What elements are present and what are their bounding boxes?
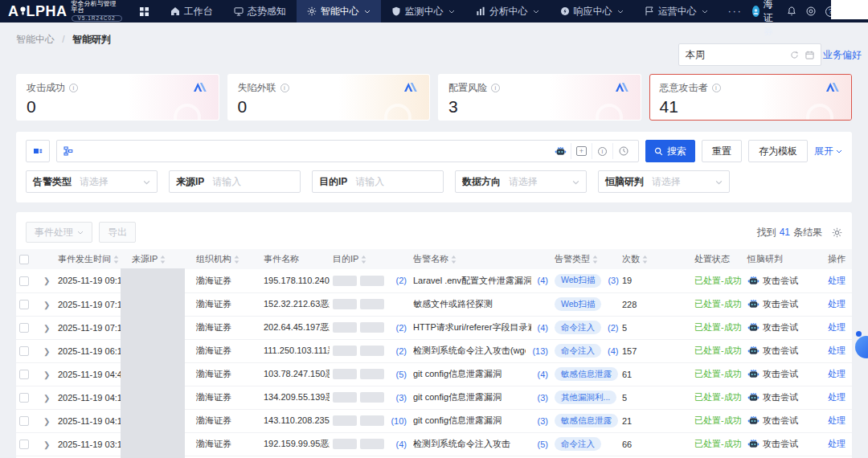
expand-row-icon[interactable]: ❯: [43, 440, 50, 449]
target-icon[interactable]: [806, 6, 816, 16]
add-field-icon[interactable]: +: [571, 143, 592, 159]
col-header[interactable]: 次数: [619, 249, 691, 269]
info-icon[interactable]: i: [491, 84, 500, 92]
col-header[interactable]: 目的IP: [330, 249, 410, 269]
expand-row-icon[interactable]: ❯: [43, 347, 50, 356]
expand-link[interactable]: 展开: [814, 145, 842, 158]
row-checkbox[interactable]: [19, 300, 29, 309]
col-header[interactable]: 组织机构: [193, 249, 260, 269]
event-name: 111.250.103.111恶...: [260, 339, 330, 362]
stat-card-1[interactable]: 失陷外联i0: [227, 74, 431, 121]
dest-ip: (3): [330, 386, 410, 409]
alert-name[interactable]: git config信息泄露漏洞(3): [410, 409, 551, 432]
alert-name[interactable]: 检测到系统命令注入攻击(5): [410, 432, 551, 456]
expand-row-icon[interactable]: ❯: [43, 394, 50, 403]
alert-name[interactable]: Laravel .env配置文件泄露漏洞(CVE-201...(4): [410, 269, 551, 292]
nav-item-5[interactable]: 响应中心: [550, 0, 634, 22]
info-icon[interactable]: i: [280, 84, 289, 92]
business-preference-link[interactable]: 业务偏好: [823, 48, 862, 62]
alert-name[interactable]: 敏感文件或路径探测: [410, 292, 551, 316]
filter-2[interactable]: 目的IP请输入: [312, 170, 444, 193]
expand-row-icon[interactable]: ❯: [43, 417, 50, 426]
col-header: 事件名称: [260, 249, 330, 269]
handle-action-link[interactable]: 处理: [828, 299, 845, 309]
results-panel: 事件处理 导出 找到 41 条结果 事件发生时间来源IP组织机构事件名称目的IP…: [16, 212, 852, 458]
avatar: [752, 6, 760, 17]
handle-action-link[interactable]: 处理: [828, 346, 845, 355]
time-range-select[interactable]: 本周: [678, 43, 821, 66]
row-checkbox[interactable]: [19, 323, 29, 333]
handle-action-link[interactable]: 处理: [828, 369, 845, 378]
handle-action-link[interactable]: 处理: [828, 322, 845, 332]
view-toggle-button[interactable]: [26, 140, 50, 162]
robot-icon: [747, 276, 760, 286]
search-input[interactable]: [78, 141, 550, 162]
expand-row-icon[interactable]: ❯: [43, 301, 50, 309]
export-button[interactable]: 导出: [99, 222, 136, 243]
card-title: 配置风险: [448, 81, 487, 95]
organization: 渤海证券: [193, 316, 260, 339]
ai-assistant-icon[interactable]: [550, 143, 571, 159]
page-title: 智能研判: [72, 34, 111, 45]
handle-action-link[interactable]: 处理: [828, 439, 845, 448]
hierarchy-icon[interactable]: [63, 146, 73, 156]
row-checkbox[interactable]: [19, 393, 29, 403]
expand-row-icon[interactable]: ❯: [43, 324, 50, 333]
nav-item-0[interactable]: 工作台: [160, 0, 223, 22]
search-button[interactable]: 搜索: [645, 140, 695, 162]
bell-icon[interactable]: [787, 6, 796, 16]
alert-name[interactable]: 检测到系统命令注入攻击(wget)(13): [410, 339, 551, 362]
col-header[interactable]: 事件发生时间: [55, 249, 129, 269]
info-icon[interactable]: i: [69, 84, 78, 92]
handle-action-link[interactable]: 处理: [828, 415, 845, 425]
breadcrumb-parent[interactable]: 智能中心: [16, 34, 55, 45]
nav-more-button[interactable]: ···: [719, 6, 752, 17]
info-icon[interactable]: i: [592, 143, 612, 159]
refresh-icon[interactable]: [790, 51, 799, 59]
filter-4[interactable]: 恒脑研判请选择: [598, 170, 730, 193]
apps-grid-icon[interactable]: [140, 7, 149, 16]
col-header[interactable]: 告警类型: [551, 249, 619, 269]
save-template-button[interactable]: 存为模板: [748, 140, 808, 162]
corner-overlay: [831, 0, 868, 19]
nav-item-2[interactable]: 智能中心: [297, 0, 381, 22]
stat-card-3[interactable]: 恶意攻击者i41: [649, 74, 853, 121]
stat-card-2[interactable]: 配置风险i3: [438, 74, 641, 121]
history-clock-icon[interactable]: [612, 143, 633, 159]
table-actions: 事件处理 导出 找到 41 条结果: [16, 219, 852, 249]
handle-action-link[interactable]: 处理: [828, 392, 845, 402]
filter-0[interactable]: 告警类型请选择: [26, 170, 158, 193]
nav-item-6[interactable]: 运营中心: [634, 0, 719, 22]
expand-row-icon[interactable]: ❯: [43, 276, 50, 285]
row-checkbox[interactable]: [19, 440, 29, 449]
handle-action-link[interactable]: 处理: [828, 276, 845, 285]
calendar-icon[interactable]: [805, 51, 814, 59]
home-icon: [170, 6, 180, 16]
event-handle-button[interactable]: 事件处理: [26, 222, 92, 243]
column-settings-icon[interactable]: [832, 227, 842, 238]
nav-item-1[interactable]: 态势感知: [223, 0, 297, 22]
nav-item-3[interactable]: 监测中心: [381, 0, 465, 22]
reset-button[interactable]: 重置: [702, 140, 742, 162]
floating-assistant-button[interactable]: [855, 336, 868, 358]
app-logo: A LPHA 安全分析与管理平台 V5.1R24C02: [8, 1, 122, 22]
filter-row: 告警类型请选择来源IP请输入目的IP请输入数据方向请选择恒脑研判请选择: [26, 170, 842, 193]
alert-name[interactable]: git config信息泄露漏洞(3): [410, 386, 551, 409]
filter-1[interactable]: 来源IP请输入: [169, 170, 301, 193]
filter-3[interactable]: 数据方向请选择: [455, 170, 587, 193]
alert-name[interactable]: HTTP请求uri/referer字段目录遍历(4): [410, 316, 551, 339]
stat-card-0[interactable]: 攻击成功i0: [16, 74, 219, 121]
row-checkbox[interactable]: [19, 416, 29, 426]
robot-icon: [747, 322, 760, 333]
alert-name[interactable]: git config信息泄露漏洞(4): [410, 362, 551, 386]
handle-status: 已处置-成功: [691, 386, 744, 409]
row-checkbox[interactable]: [19, 276, 29, 286]
nav-item-4[interactable]: 分析中心: [465, 0, 550, 22]
select-all-checkbox[interactable]: [16, 249, 40, 269]
col-header[interactable]: 来源IP: [129, 249, 193, 269]
col-header[interactable]: 告警名称: [410, 249, 551, 269]
row-checkbox[interactable]: [19, 346, 29, 356]
expand-row-icon[interactable]: ❯: [43, 370, 50, 379]
row-checkbox[interactable]: [19, 370, 29, 379]
info-icon[interactable]: i: [712, 84, 721, 92]
